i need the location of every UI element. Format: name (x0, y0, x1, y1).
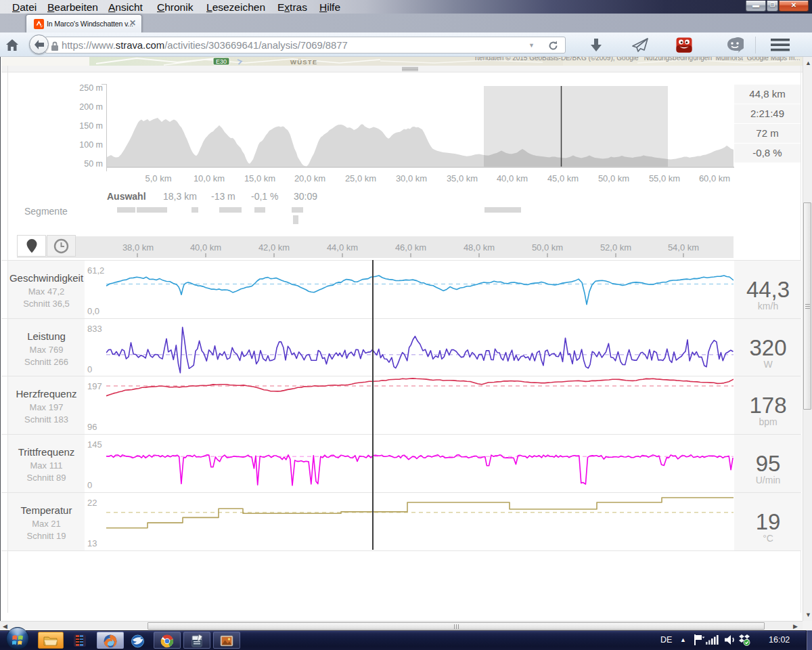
svg-text:E30: E30 (216, 58, 227, 65)
svg-text:WÜSTE: WÜSTE (290, 58, 317, 66)
